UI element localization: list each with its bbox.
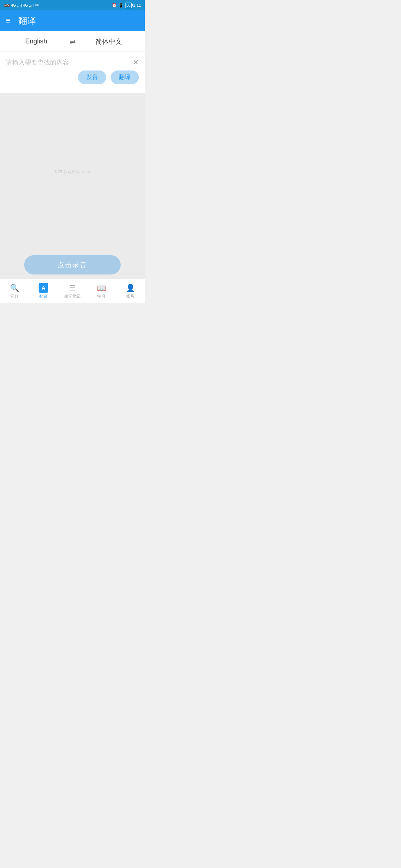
notes-icon: ☰ [69,283,76,292]
nav-item-notes[interactable]: ☰ 生词笔记 [58,283,87,299]
input-actions: 发音 翻译 [6,68,139,86]
menu-icon[interactable]: ≡ [6,17,11,25]
hd-label: HD [4,4,10,7]
nav-label-translate: 翻译 [39,294,48,299]
swap-lang-icon[interactable]: ⇌ [65,37,80,46]
battery-icon: 68 [125,3,131,8]
target-lang[interactable]: 简体中文 [80,37,137,46]
translate-nav-icon: A [39,283,48,293]
status-right: ⏰ 📳 68 1:11 [112,3,141,8]
account-icon: 👤 [126,283,135,292]
alarm-icon: ⏰ [112,3,117,8]
nav-label-account: 账号 [126,293,134,299]
nav-item-study[interactable]: 📖 学习 [87,283,116,299]
source-lang[interactable]: English [7,37,65,45]
nav-label-notes: 生词笔记 [64,293,81,299]
record-button[interactable]: 点击录音 [24,255,121,274]
app-bar: ≡ 翻译 [0,10,145,31]
network-4g-2: 4G [23,3,28,7]
nav-item-account[interactable]: 👤 账号 [116,283,145,299]
signal-bars-2 [29,3,33,7]
record-btn-container: 点击录音 [0,251,145,279]
network-4g-1: 4G [11,3,16,7]
app-title: 翻译 [18,15,36,27]
status-left: HD 4G 4G 👁 [4,3,40,8]
pronounce-button[interactable]: 发音 [78,70,106,84]
lang-selector: English ⇌ 简体中文 [0,31,145,52]
time-display: 1:11 [133,3,141,7]
signal-bars-1 [17,3,22,7]
translate-button[interactable]: 翻译 [111,70,139,84]
study-icon: 📖 [97,283,106,292]
nav-item-translate[interactable]: A 翻译 [29,283,58,299]
input-area: 请输入需要查找的内容 ✕ 发音 翻译 [0,52,145,93]
result-section: K7B 我成长本 .com [0,93,145,251]
input-placeholder[interactable]: 请输入需要查找的内容 [6,58,139,68]
nav-label-study: 学习 [97,293,105,299]
watermark: K7B 我成长本 .com [55,169,90,175]
status-bar: HD 4G 4G 👁 ⏰ 📳 68 1:11 [0,0,145,10]
clear-icon[interactable]: ✕ [133,58,139,67]
battery-level: 68 [126,3,130,7]
dictionary-icon: 🔍 [10,283,19,292]
bottom-nav: 🔍 词典 A 翻译 ☰ 生词笔记 📖 学习 👤 账号 [0,279,145,303]
eye-icon: 👁 [35,3,40,8]
nav-item-dictionary[interactable]: 🔍 词典 [0,283,29,299]
nav-label-dictionary: 词典 [10,293,19,299]
vibrate-icon: 📳 [118,3,124,8]
